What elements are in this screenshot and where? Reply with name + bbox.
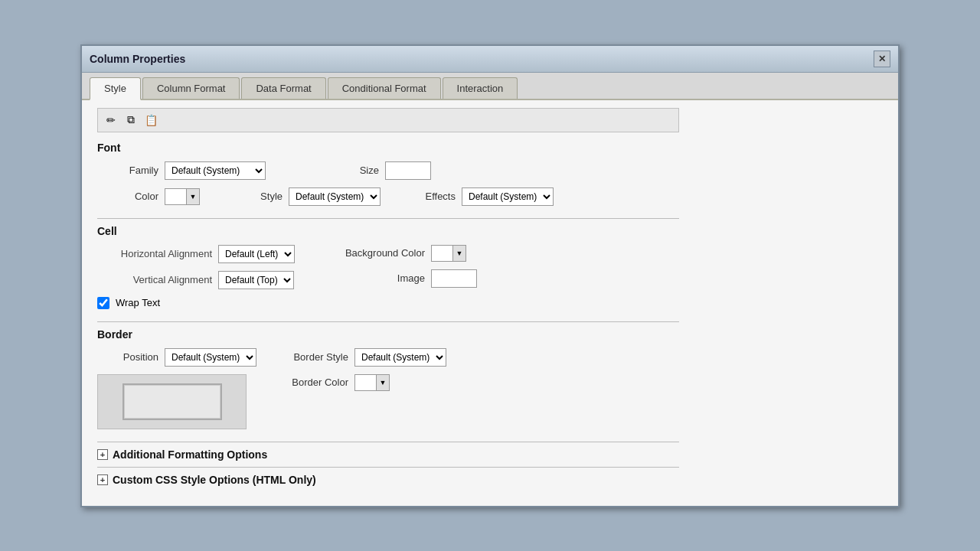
family-label: Family [97, 165, 158, 176]
dialog-content: ✏ ⧉ 📋 Font Family Default (System) Arial… [82, 100, 898, 506]
image-input[interactable] [431, 269, 477, 288]
custom-css-expand-icon[interactable]: + [97, 474, 108, 485]
close-button[interactable]: ✕ [874, 51, 890, 67]
font-cell-divider [97, 218, 679, 219]
border-right-col: Border Style Default (System) Solid Dash… [287, 348, 446, 399]
additional-formatting-section[interactable]: + Additional Formatting Options [97, 448, 883, 461]
cell-right-col: Background Color ▼ Image [325, 245, 477, 297]
font-color-picker: ▼ [165, 188, 200, 205]
border-preview [97, 374, 247, 429]
additional-formatting-expand-icon[interactable]: + [97, 449, 108, 460]
style-select[interactable]: Default (System) Normal Bold Italic [289, 187, 381, 206]
wrap-text-checkbox[interactable] [97, 297, 109, 309]
font-color-row: Color ▼ Style Default (System) Normal Bo… [97, 187, 883, 206]
border-section-title: Border [97, 328, 883, 341]
border-preview-inner [122, 383, 222, 420]
cell-section: Cell Horizontal Alignment Default (Left)… [97, 225, 883, 309]
size-input[interactable] [385, 161, 431, 180]
bg-color-picker: ▼ [431, 245, 466, 262]
wrap-text-label: Wrap Text [116, 297, 160, 308]
border-color-row: Border Color ▼ [287, 374, 446, 391]
position-select[interactable]: Default (System) None All Outside [165, 348, 256, 367]
column-properties-dialog: Column Properties ✕ Style Column Format … [80, 44, 900, 507]
v-align-row: Vertical Alignment Default (Top) Top Mid… [97, 271, 295, 289]
tab-conditional-format[interactable]: Conditional Format [328, 77, 441, 99]
tab-bar: Style Column Format Data Format Conditio… [82, 73, 898, 100]
tab-data-format[interactable]: Data Format [241, 77, 325, 99]
cell-section-title: Cell [97, 225, 883, 237]
style-label: Style [221, 191, 283, 202]
cell-left-col: Horizontal Alignment Default (Left) Left… [97, 245, 295, 297]
h-align-row: Horizontal Alignment Default (Left) Left… [97, 245, 295, 263]
color-label: Color [97, 191, 158, 202]
bg-color-dropdown[interactable]: ▼ [452, 245, 466, 262]
title-bar: Column Properties ✕ [82, 46, 898, 73]
custom-css-label: Custom CSS Style Options (HTML Only) [113, 474, 316, 486]
bg-color-row: Background Color ▼ [325, 245, 477, 262]
tab-style[interactable]: Style [90, 77, 141, 100]
bg-color-box[interactable] [431, 245, 452, 262]
border-left-col: Position Default (System) None All Outsi… [97, 348, 256, 429]
family-select[interactable]: Default (System) Arial Times New Roman C… [165, 161, 266, 180]
border-style-row: Border Style Default (System) Solid Dash… [287, 348, 446, 367]
effects-label: Effects [394, 191, 456, 202]
custom-css-section[interactable]: + Custom CSS Style Options (HTML Only) [97, 474, 883, 486]
additional-formatting-label: Additional Formatting Options [113, 448, 267, 461]
effects-select[interactable]: Default (System) None Underline Striketh… [462, 187, 554, 206]
border-preview-container [97, 374, 256, 429]
image-row: Image [325, 269, 477, 288]
border-color-label: Border Color [287, 377, 348, 388]
additional-custom-divider [97, 467, 679, 468]
image-label: Image [325, 272, 425, 284]
bg-color-label: Background Color [325, 247, 425, 259]
wrap-text-row: Wrap Text [97, 297, 883, 309]
border-color-picker: ▼ [354, 374, 390, 391]
font-section: Font Family Default (System) Arial Times… [97, 142, 883, 206]
font-family-row: Family Default (System) Arial Times New … [97, 161, 883, 180]
border-section: Border Position Default (System) None Al… [97, 328, 883, 429]
cell-fields: Horizontal Alignment Default (Left) Left… [97, 245, 883, 297]
edit-icon[interactable]: ✏ [103, 112, 119, 129]
border-position-row: Position Default (System) None All Outsi… [97, 348, 256, 367]
border-color-dropdown[interactable]: ▼ [376, 374, 390, 391]
border-content: Position Default (System) None All Outsi… [97, 348, 883, 429]
h-align-label: Horizontal Alignment [97, 248, 212, 259]
font-color-box[interactable] [165, 188, 186, 205]
paste-icon[interactable]: 📋 [142, 112, 159, 129]
font-section-title: Font [97, 142, 883, 154]
tab-interaction[interactable]: Interaction [443, 77, 518, 99]
v-align-label: Vertical Alignment [97, 274, 212, 285]
cell-border-divider [97, 321, 679, 322]
tab-column-format[interactable]: Column Format [142, 77, 240, 99]
font-color-dropdown[interactable]: ▼ [186, 188, 200, 205]
border-style-select[interactable]: Default (System) Solid Dashed Dotted [354, 348, 446, 367]
h-align-select[interactable]: Default (Left) Left Center Right [218, 245, 295, 263]
style-toolbar: ✏ ⧉ 📋 [97, 108, 679, 132]
size-label: Size [318, 165, 379, 176]
copy-icon[interactable]: ⧉ [122, 112, 139, 129]
position-label: Position [97, 351, 158, 363]
border-additional-divider [97, 442, 679, 442]
border-style-label: Border Style [287, 351, 348, 363]
v-align-select[interactable]: Default (Top) Top Middle Bottom [218, 271, 294, 289]
dialog-title: Column Properties [90, 53, 185, 65]
border-color-box[interactable] [354, 374, 376, 391]
